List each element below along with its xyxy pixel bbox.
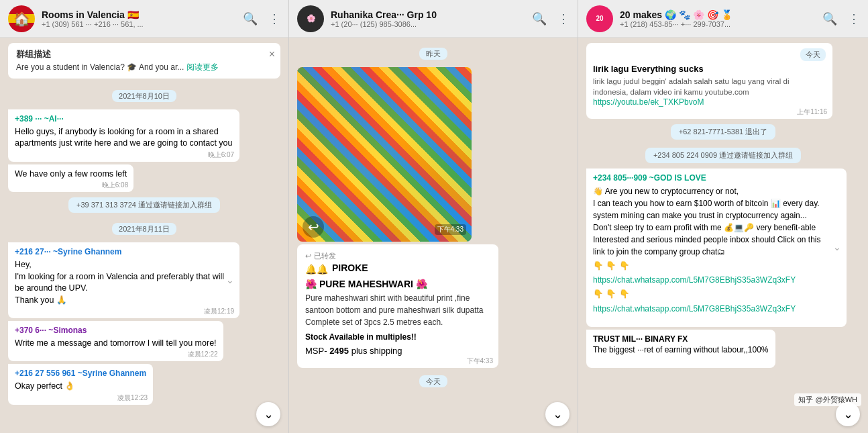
- product-time: 下午4:33: [467, 356, 493, 366]
- msg-time-1: 晚上6:07: [208, 150, 234, 160]
- news-desc: lirik lagu judul beggin' adalah salah sa…: [593, 76, 826, 97]
- left-chat-sub: +1 (309) 561 ··· +216 ··· 561, ...: [42, 20, 236, 28]
- product-title: 🌺 PURE MAHESHWARI 🌺: [305, 279, 490, 289]
- group-desc-close[interactable]: ×: [269, 47, 275, 62]
- left-header-info: Rooms in Valencia 🇪🇸 +1 (309) 561 ··· +2…: [42, 9, 236, 28]
- left-search-icon[interactable]: 🔍: [243, 11, 258, 26]
- img-time: 下午4:33: [435, 224, 466, 235]
- group-desc-banner: 群组描述 Are you a student in Valencia? 🎓 An…: [8, 43, 280, 79]
- watermark: 知乎 @外贸猿WH: [794, 393, 861, 406]
- right-chat-panel: 20 20 makes 🌍 🐾 🌸 🎯 🏅 +1 (218) 453-85···…: [578, 0, 868, 433]
- left-chat-panel: 🏠 Rooms in Valencia 🇪🇸 +1 (309) 561 ··· …: [0, 0, 289, 433]
- image-message: ↩ 下午4:33: [297, 67, 472, 242]
- msg-sender-1: +389 ··· ~Al···: [15, 113, 233, 125]
- left-header: 🏠 Rooms in Valencia 🇪🇸 +1 (309) 561 ··· …: [0, 0, 288, 38]
- product-stock: Stock Available in multiples!!: [305, 332, 490, 342]
- msg-sender-5: +216 27 556 961 ~Syrine Ghannem: [15, 368, 146, 379]
- left-avatar: 🏠: [8, 5, 35, 32]
- product-bubble: ↩ 已转发 🔔🔔 PIROKE 🌺 PURE MAHESHWARI 🌺 Pure…: [297, 244, 498, 368]
- msg-time-4: 凌晨12:22: [188, 350, 218, 359]
- msg-time-2: 晚上6:08: [102, 181, 128, 190]
- product-icons: 🔔🔔: [305, 264, 328, 275]
- right-search-icon[interactable]: 🔍: [822, 11, 837, 26]
- footer-msg: TRUST MIL··· BINARY FX The biggest ···re…: [586, 330, 775, 369]
- msg-sender-3: +216 27··· ~Syrine Ghannem: [15, 246, 225, 258]
- footer-msg-sub: The biggest ···ret of earning without la…: [593, 344, 769, 356]
- left-more-icon[interactable]: ⋮: [268, 11, 280, 26]
- left-chat-name: Rooms in Valencia 🇪🇸: [42, 9, 236, 20]
- message-2: We have only a few rooms left 晚上6:08: [8, 164, 133, 193]
- system-msg-right-1: +62 821-7771-5381 退出了: [671, 124, 775, 140]
- left-chat-body: 群组描述 Are you a student in Valencia? 🎓 An…: [0, 38, 288, 433]
- group-desc-text: Are you a student in Valencia? 🎓 And you…: [16, 62, 272, 73]
- right-avatar: 20: [586, 5, 613, 32]
- product-sender-name: PIROKE: [332, 262, 368, 273]
- right-header-icons: 🔍 ⋮: [822, 11, 860, 26]
- message-5: +216 27 556 961 ~Syrine Ghannem Okay per…: [8, 364, 153, 404]
- crypto-chevron[interactable]: ⌄: [833, 241, 841, 254]
- right-chat-name: 20 makes 🌍 🐾 🌸 🎯 🏅: [620, 9, 816, 20]
- news-date-label: 今天: [800, 48, 826, 61]
- middle-search-icon[interactable]: 🔍: [532, 11, 547, 26]
- crypto-text: 👋 Are you new to cryptocurrency or not, …: [593, 185, 832, 258]
- msg-chevron-3[interactable]: ⌄: [226, 274, 234, 287]
- msg-time-3: 凌晨12:19: [204, 307, 234, 316]
- middle-header-icons: 🔍 ⋮: [532, 11, 569, 26]
- system-msg-1: +39 371 313 3724 通过邀请链接加入群组: [68, 197, 220, 213]
- img-overlay: ↩ 下午4:33: [297, 216, 472, 238]
- date-divider-1: 2021年8月10日: [8, 91, 280, 101]
- message-4: +370 6··· ~Simonas Write me a message an…: [8, 321, 223, 361]
- crypto-sender: +234 805···909 ~GOD IS LOVE: [593, 173, 832, 184]
- date-divider-2: 2021年8月11日: [8, 224, 280, 234]
- middle-more-icon[interactable]: ⋮: [557, 11, 569, 26]
- product-desc: Pure maheshwari shirt with beautiful pri…: [305, 292, 490, 328]
- date-divider-yesterday: 昨天: [297, 48, 569, 59]
- middle-header: 🌸 Ruhanika Crea··· Grp 10 +1 (20··· (125…: [289, 0, 578, 38]
- date-divider-today-middle: 今天: [297, 376, 569, 387]
- left-header-icons: 🔍 ⋮: [243, 11, 280, 26]
- crypto-emojis-2: 👇 👇 👇: [593, 289, 832, 301]
- product-sender-row: 🔔🔔 PIROKE: [305, 262, 490, 276]
- read-more-link[interactable]: 阅读更多: [186, 62, 219, 72]
- news-title: lirik lagu Everything sucks: [593, 64, 826, 74]
- right-chat-body: 今天 lirik lagu Everything sucks lirik lag…: [578, 38, 868, 433]
- msg-sender-4: +370 6··· ~Simonas: [15, 325, 217, 336]
- footer-msg-title: TRUST MIL··· BINARY FX: [593, 334, 769, 345]
- scroll-down-btn-middle[interactable]: ⌄: [545, 402, 569, 426]
- product-price: MSP- 2495 plus shipping: [305, 346, 490, 356]
- crypto-link-2[interactable]: https://chat.whatsapp.com/L5M7G8EBhjS35a…: [593, 303, 832, 315]
- right-chat-sub: +1 (218) 453-85··· +··· 299-7037...: [620, 20, 816, 28]
- middle-chat-sub: +1 (20··· (125) 985-3086...: [331, 20, 525, 28]
- message-3: +216 27··· ~Syrine Ghannem Hey, I'm look…: [8, 242, 239, 318]
- news-link[interactable]: https://youtu.be/ek_TXKPbvoM: [593, 97, 826, 107]
- msg-text-4: Write me a message and tomorrow I will t…: [15, 338, 217, 350]
- system-msg-right-2: +234 805 224 0909 通过邀请链接加入群组: [645, 148, 801, 163]
- right-header: 20 20 makes 🌍 🐾 🌸 🎯 🏅 +1 (218) 453-85···…: [578, 0, 868, 38]
- right-more-icon[interactable]: ⋮: [848, 11, 860, 26]
- msg-text-3: Hey, I'm looking for a room in Valencia …: [15, 259, 225, 306]
- middle-chat-name: Ruhanika Crea··· Grp 10: [331, 9, 525, 20]
- msg-text-1: Hello guys, if anybody is looking for a …: [15, 126, 233, 150]
- crypto-message: +234 805···909 ~GOD IS LOVE 👋 Are you ne…: [586, 169, 847, 326]
- message-1: +389 ··· ~Al··· Hello guys, if anybody i…: [8, 109, 239, 162]
- msg-text-2: We have only a few rooms left: [15, 169, 127, 181]
- middle-avatar: 🌸: [297, 5, 324, 32]
- forward-label: ↩ 已转发: [305, 251, 490, 261]
- news-card-header: 今天: [593, 48, 826, 61]
- crypto-link-1[interactable]: https://chat.whatsapp.com/L5M7G8EBhjS35a…: [593, 275, 832, 286]
- msg-text-5: Okay perfect 👌: [15, 381, 146, 393]
- group-desc-title: 群组描述: [16, 48, 272, 60]
- forward-btn[interactable]: ↩: [303, 216, 324, 238]
- today-label-right: 今天: [800, 48, 826, 61]
- middle-chat-panel: 🌸 Ruhanika Crea··· Grp 10 +1 (20··· (125…: [289, 0, 578, 433]
- middle-chat-body: 昨天 ↩ 下午4:33 ↩ 已转发 🔔🔔 PIROKE 🌺 PURE MA: [289, 38, 578, 433]
- scroll-down-btn-left[interactable]: ⌄: [256, 402, 280, 426]
- crypto-emojis-1: 👇 👇 👇: [593, 260, 832, 273]
- msg-time-5: 凌晨12:23: [117, 393, 148, 403]
- news-card: 今天 lirik lagu Everything sucks lirik lag…: [586, 43, 832, 119]
- middle-header-info: Ruhanika Crea··· Grp 10 +1 (20··· (125) …: [331, 9, 525, 28]
- product-image: [297, 67, 472, 242]
- news-time: 上午11:16: [797, 107, 827, 117]
- right-header-info: 20 makes 🌍 🐾 🌸 🎯 🏅 +1 (218) 453-85··· +·…: [620, 9, 816, 28]
